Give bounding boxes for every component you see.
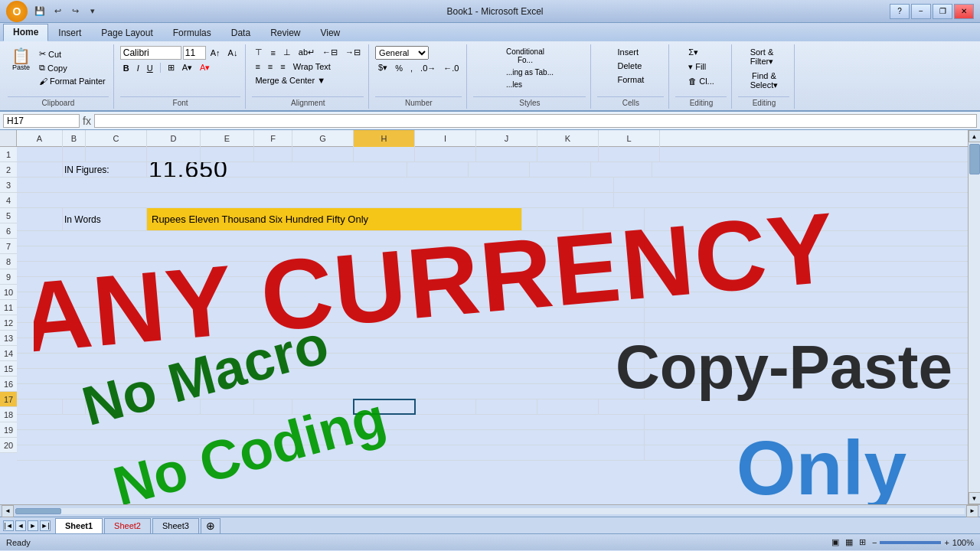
cell-D17[interactable] [147,399,201,414]
function-wizard-button[interactable]: fx [83,115,91,127]
cell-H1[interactable] [354,147,415,161]
tab-data[interactable]: Data [221,24,260,41]
cell-I2[interactable] [469,162,530,177]
zoom-in-button[interactable]: + [944,538,949,547]
font-size-input[interactable] [183,46,206,60]
tab-page-layout[interactable]: Page Layout [91,24,162,41]
scroll-right-button[interactable]: ► [966,505,978,517]
sheet-tab-3[interactable]: Sheet3 [152,518,199,533]
redo-qa-button[interactable]: ↪ [67,4,83,19]
row7-cells[interactable] [17,246,645,261]
format-as-table-button[interactable]: ...ing as Tab... [503,67,557,78]
cell-E17[interactable] [201,399,254,414]
row9-cells[interactable] [17,277,645,292]
delete-button[interactable]: Delete [615,60,648,72]
font-color-button[interactable]: A▾ [197,61,213,74]
indent-increase-button[interactable]: →⊟ [342,46,364,59]
cell-J1[interactable] [476,147,537,161]
row10-cells[interactable] [17,292,645,307]
h-scroll-track[interactable] [15,508,965,514]
cell-K5[interactable] [522,208,583,230]
last-sheet-button[interactable]: ►| [40,520,51,531]
cell-D2[interactable]: 11,650 [147,162,407,177]
sheet-tab-1[interactable]: Sheet1 [55,518,103,533]
format-button[interactable]: Format [615,73,648,86]
scroll-up-button[interactable]: ▲ [969,130,981,142]
cell-K1[interactable] [537,147,599,161]
row12-cells[interactable] [17,323,645,337]
row6-cells[interactable] [17,231,645,246]
first-sheet-button[interactable]: |◄ [3,520,14,531]
scroll-thumb[interactable] [969,144,980,174]
prev-sheet-button[interactable]: ◄ [15,520,26,531]
zoom-out-button[interactable]: − [872,538,877,547]
italic-button[interactable]: I [134,62,142,74]
format-painter-button[interactable]: 🖌 Format Painter [36,75,109,87]
formula-input[interactable] [94,114,977,128]
cell-B5[interactable]: In Words [63,208,147,230]
font-name-input[interactable] [120,46,181,60]
row18-cells[interactable] [17,415,645,429]
row13-cells[interactable] [17,338,645,353]
restore-button[interactable]: ❐ [933,4,952,19]
clear-button[interactable]: 🗑 Cl... [685,75,717,87]
cell-A1[interactable] [17,147,63,161]
cell-A4[interactable] [17,193,614,207]
scroll-track[interactable] [969,142,980,492]
cell-A3[interactable] [17,178,614,192]
minimize-button[interactable]: − [911,4,931,19]
cell-B1[interactable] [63,147,86,161]
cell-C1[interactable] [86,147,147,161]
save-qa-button[interactable]: 💾 [32,4,47,19]
row20-cells[interactable] [17,445,645,460]
cell-D1[interactable] [147,147,201,161]
increase-decimal-button[interactable]: .0→ [417,61,439,74]
bold-button[interactable]: B [120,62,132,74]
underline-button[interactable]: U [144,62,156,74]
view-pagebreak-button[interactable]: ⊞ [859,537,866,547]
align-top-button[interactable]: ⊤ [252,46,266,59]
cell-B17[interactable] [63,399,86,414]
cell-styles-button[interactable]: ...les [503,79,557,90]
cut-button[interactable]: ✂ Cut [36,47,109,60]
cell-G17[interactable] [292,399,354,414]
scroll-left-button[interactable]: ◄ [2,505,14,517]
row11-cells[interactable] [17,308,645,322]
align-bottom-button[interactable]: ⊥ [280,46,294,59]
tab-view[interactable]: View [310,24,350,41]
undo-qa-button[interactable]: ↩ [50,4,65,19]
cell-B2[interactable]: IN Figures: [63,162,147,177]
decrease-decimal-button[interactable]: ←.0 [440,61,462,74]
tab-home[interactable]: Home [3,24,48,41]
cell-F17[interactable] [254,399,292,414]
percent-button[interactable]: % [392,61,406,74]
merge-center-button[interactable]: Merge & Center ▼ [252,74,328,86]
insert-button[interactable]: Insert [615,46,648,58]
row14-cells[interactable] [17,354,645,368]
fill-color-button[interactable]: A▾ [179,61,195,74]
cell-C17[interactable] [86,399,147,414]
find-select-button[interactable]: Find &Select▾ [747,70,782,92]
paste-button[interactable]: 📋 Paste [8,46,34,73]
row16-cells[interactable] [17,384,645,399]
cell-L1[interactable] [599,147,660,161]
row8-cells[interactable] [17,262,645,276]
cell-D5[interactable]: Rupees Eleven Thousand Six Hundred Fifty… [147,208,522,230]
fill-button[interactable]: ▾ Fill [685,60,717,73]
zoom-slider[interactable] [880,541,941,544]
cell-K2[interactable] [591,162,652,177]
cell-A2[interactable] [17,162,63,177]
next-sheet-button[interactable]: ► [28,520,38,531]
scroll-down-button[interactable]: ▼ [969,492,981,504]
wrap-text-button[interactable]: Wrap Text [290,60,334,73]
row19-cells[interactable] [17,430,645,445]
copy-button[interactable]: ⧉ Copy [36,61,109,74]
sort-filter-button[interactable]: Sort &Filter▾ [747,46,782,68]
help-button[interactable]: ? [890,4,910,19]
cell-H2[interactable] [407,162,469,177]
sheet-tab-2[interactable]: Sheet2 [104,518,151,533]
cell-K17[interactable] [537,399,599,414]
tab-insert[interactable]: Insert [48,24,91,41]
tab-formulas[interactable]: Formulas [163,24,221,41]
cell-A5[interactable] [17,208,63,230]
